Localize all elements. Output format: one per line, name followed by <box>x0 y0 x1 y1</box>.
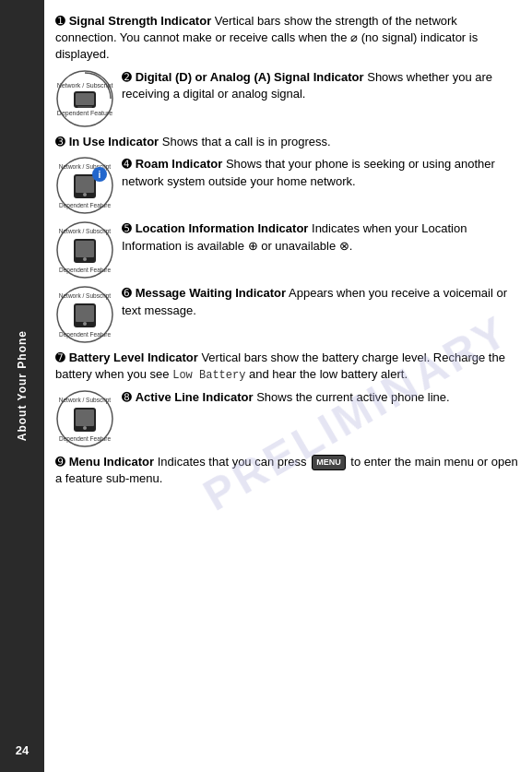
section-signal-strength: ➊ Signal Strength Indicator Vertical bar… <box>55 13 519 64</box>
section-title-4: Roam Indicator <box>136 157 223 171</box>
section-battery: ➐ Battery Level Indicator Vertical bars … <box>55 350 519 384</box>
menu-button-icon: MENU <box>312 455 346 470</box>
section-body-9a: Indicates that you can press <box>158 455 310 469</box>
main-content: ➊ Signal Strength Indicator Vertical bar… <box>44 0 532 772</box>
section-number-6: ➏ <box>122 286 132 300</box>
svg-text:Network / Subscript: Network / Subscript <box>59 228 112 235</box>
network-icon-6: Network / Subscript Dependent Feature <box>55 285 114 344</box>
section-digital-analog: Network / Subscript Dependent Feature ➋ … <box>55 69 519 128</box>
svg-text:Network / Subscript: Network / Subscript <box>59 292 112 300</box>
section-body-3: Shows that a call is in progress. <box>162 135 331 148</box>
svg-point-19 <box>83 257 87 261</box>
section-title-2: Digital (D) or Analog (A) Signal Indicat… <box>136 70 364 84</box>
svg-text:Dependent Feature: Dependent Feature <box>59 331 111 338</box>
section-number-4: ➍ <box>122 157 132 171</box>
svg-rect-4 <box>76 93 94 105</box>
network-icon-8: Network / Subscript Dependent Feature <box>55 389 114 448</box>
section-title-9: Menu Indicator <box>69 455 154 469</box>
section-text-5: ➎ Location Information Indicator Indicat… <box>122 220 519 255</box>
network-badge-6: Network / Subscript Dependent Feature <box>55 285 114 344</box>
svg-text:Dependent Feature: Dependent Feature <box>59 202 111 209</box>
section-number-5: ➎ <box>122 221 132 235</box>
section-number-9: ➒ <box>55 455 65 469</box>
section-active-line: Network / Subscript Dependent Feature ➑ … <box>55 389 519 448</box>
section-location: Network / Subscript Dependent Feature ➎ … <box>55 220 519 279</box>
section-in-use: ➌ In Use Indicator Shows that a call is … <box>55 134 519 150</box>
network-badge-2: Network / Subscript Dependent Feature <box>55 69 114 128</box>
section-number-7: ➐ <box>55 350 65 364</box>
section-message-waiting: Network / Subscript Dependent Feature ➏ … <box>55 285 519 344</box>
network-icon-5: Network / Subscript Dependent Feature <box>55 220 114 279</box>
low-battery-text: Low Battery <box>172 369 245 382</box>
section-roam: Network / Subscript Dependent Feature i … <box>55 156 519 215</box>
svg-rect-5 <box>77 106 92 108</box>
section-title-8: Active Line Indicator <box>136 390 254 404</box>
network-badge-4: Network / Subscript Dependent Feature i <box>55 156 114 215</box>
section-number-3: ➌ <box>55 135 65 148</box>
svg-text:Network / Subscript: Network / Subscript <box>59 397 112 404</box>
section-number-8: ➑ <box>122 390 132 404</box>
network-badge-8: Network / Subscript Dependent Feature <box>55 389 114 448</box>
svg-text:Dependent Feature: Dependent Feature <box>59 435 111 443</box>
section-text-4: ➍ Roam Indicator Shows that your phone i… <box>122 156 519 191</box>
svg-text:Dependent Feature: Dependent Feature <box>59 267 111 274</box>
svg-point-25 <box>83 322 87 326</box>
section-number-2: ➋ <box>122 70 132 84</box>
sidebar-label: About Your Phone <box>16 330 29 441</box>
section-text-8: ➑ Active Line Indicator Shows the curren… <box>122 389 519 407</box>
svg-point-31 <box>83 426 87 430</box>
svg-rect-10 <box>76 176 94 193</box>
section-title: Signal Strength Indicator <box>69 14 212 28</box>
section-menu-indicator: ➒ Menu Indicator Indicates that you can … <box>55 454 519 487</box>
section-title-6: Message Waiting Indicator <box>136 286 287 300</box>
section-number: ➊ <box>55 14 65 28</box>
svg-rect-30 <box>76 410 94 426</box>
svg-point-11 <box>83 193 87 196</box>
section-title-3: In Use Indicator <box>69 135 160 148</box>
section-text-2: ➋ Digital (D) or Analog (A) Signal Indic… <box>122 69 519 104</box>
svg-rect-18 <box>76 241 94 257</box>
network-icon-2: Network / Subscript Dependent Feature <box>55 69 114 128</box>
page-number: 24 <box>16 743 29 757</box>
section-text-6: ➏ Message Waiting Indicator Appears when… <box>122 285 519 320</box>
section-body-8: Shows the current active phone line. <box>256 390 450 404</box>
network-icon-4: Network / Subscript Dependent Feature i <box>55 156 114 215</box>
svg-rect-24 <box>76 305 94 322</box>
svg-text:i: i <box>99 170 101 180</box>
section-body-7b: and hear the low battery alert. <box>245 367 408 381</box>
svg-text:Network / Subscript: Network / Subscript <box>57 82 113 89</box>
section-title-7: Battery Level Indicator <box>69 350 198 364</box>
sidebar: About Your Phone 24 <box>0 0 44 772</box>
network-badge-5: Network / Subscript Dependent Feature <box>55 220 114 279</box>
svg-text:Dependent Feature: Dependent Feature <box>57 110 112 117</box>
section-title-5: Location Information Indicator <box>136 221 309 235</box>
